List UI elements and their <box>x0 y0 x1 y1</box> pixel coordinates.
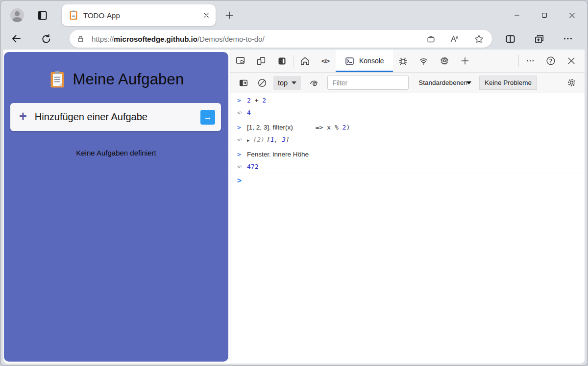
issues-label: Keine Probleme <box>485 79 532 86</box>
devtools-menu-ellipsis-icon[interactable] <box>520 50 540 72</box>
devtools-tabstrip: </> Konsole <box>230 50 585 73</box>
console-result-row: <·▶(2)[1, 3] <box>230 133 585 146</box>
console-result-row: <·4 <box>230 106 585 119</box>
tab-favicon-clipboard-icon <box>69 10 78 20</box>
avatar-shoulders <box>12 17 22 22</box>
back-button[interactable] <box>10 33 22 45</box>
more-tabs-plus-icon[interactable] <box>455 50 475 72</box>
input-chevron-icon: > <box>237 151 247 158</box>
input-chevron-icon: > <box>237 124 247 131</box>
plus-icon: + <box>19 110 27 123</box>
network-wifi-icon[interactable] <box>414 50 434 72</box>
result-arrow-icon: <· <box>237 136 247 143</box>
console-settings-gear-icon[interactable] <box>564 76 579 90</box>
console-text: [1, 2, 3]. filter(x)=> x % 2) <box>247 124 350 131</box>
browser-navbar: https://microsoftedge.github.io/Demos/de… <box>0 30 588 50</box>
clipboard-icon <box>49 71 66 88</box>
context-selector-value: top <box>278 79 288 87</box>
inspect-tool-icon[interactable] <box>230 50 251 72</box>
collections-icon[interactable] <box>534 33 545 45</box>
add-task-input[interactable]: + Hinzufügen einer Aufgabe → <box>10 103 221 131</box>
console-prompt-chevron-icon: > <box>237 176 242 185</box>
debugger-bug-icon[interactable] <box>393 50 414 72</box>
chevron-down-icon <box>292 81 296 84</box>
browser-tab[interactable]: TODO-App <box>62 4 216 26</box>
console-input-row: >Fenster. innere Höhe <box>230 148 585 160</box>
todo-page: Meine Aufgaben + Hinzufügen einer Aufgab… <box>3 50 230 364</box>
console-tab-label: Konsole <box>359 57 384 65</box>
read-aloud-icon[interactable] <box>449 33 460 44</box>
todo-app-panel: Meine Aufgaben + Hinzufügen einer Aufgab… <box>4 52 228 362</box>
activity-bar-icon[interactable] <box>271 50 292 72</box>
empty-state-text: Keine Aufgaben definiert <box>4 149 228 157</box>
split-screen-icon[interactable] <box>505 33 516 45</box>
console-input-row: >2 + 2 <box>230 94 585 106</box>
issues-counter-button[interactable]: Keine Probleme <box>479 76 537 90</box>
log-levels-label: Standardebenen <box>418 79 467 86</box>
live-expression-eye-icon[interactable] <box>307 76 321 90</box>
refresh-button[interactable] <box>41 33 52 45</box>
console-input-row: >[1, 2, 3]. filter(x)=> x % 2) <box>230 121 585 133</box>
address-bar[interactable]: https://microsoftedge.github.io/Demos/de… <box>70 30 492 48</box>
profile-avatar[interactable] <box>10 8 24 22</box>
console-message-group: >Fenster. innere Höhe<·472 <box>230 147 585 174</box>
device-emulation-icon[interactable] <box>251 50 271 72</box>
console-result-row: <·472 <box>230 160 585 173</box>
devtools-elements-icon[interactable]: </> <box>315 50 336 72</box>
url-scheme: https:// <box>92 35 114 43</box>
favorite-star-icon[interactable] <box>474 34 484 44</box>
console-toolbar: top Standardebenen Keine Probleme <box>230 73 585 93</box>
console-text: Fenster. innere Höhe <box>247 151 309 158</box>
url-text: https://microsoftedge.github.io/Demos/de… <box>92 35 426 43</box>
context-selector-dropdown[interactable]: top <box>273 76 301 90</box>
console-text: 4 <box>247 109 251 116</box>
tab-title: TODO-App <box>83 11 203 20</box>
console-message-group: >[1, 2, 3]. filter(x)=> x % 2)<·▶(2)[1, … <box>230 120 585 147</box>
arrow-right-icon: → <box>204 112 212 122</box>
console-prompt-row[interactable]: > <box>230 174 585 185</box>
app-header: Meine Aufgaben <box>4 52 228 88</box>
window-controls <box>514 12 588 19</box>
devtools-panel: </> Konsole <box>230 50 585 364</box>
console-sidebar-icon[interactable] <box>236 76 251 90</box>
console-text: 472 <box>247 163 258 170</box>
result-arrow-icon: <· <box>237 109 247 116</box>
input-chevron-icon: > <box>237 97 247 104</box>
console-filter-input[interactable] <box>327 76 409 90</box>
result-arrow-icon: <· <box>237 163 247 170</box>
browser-window: TODO-App <box>0 0 588 366</box>
browser-titlebar: TODO-App <box>0 0 588 30</box>
devtools-tab-konsole[interactable]: Konsole <box>336 50 393 72</box>
performance-chip-icon[interactable] <box>434 50 455 72</box>
minimize-button[interactable] <box>514 12 520 19</box>
console-message-group: >2 + 2<·4 <box>230 93 585 120</box>
devtools-home-icon[interactable] <box>294 50 315 72</box>
chevron-down-icon <box>466 81 471 84</box>
url-domain: microsoftedge.github.io <box>114 35 197 43</box>
tab-close-icon[interactable] <box>203 12 210 19</box>
devtools-help-icon[interactable] <box>540 50 561 72</box>
browser-menu-ellipsis-icon[interactable] <box>563 33 573 44</box>
avatar-head <box>15 11 20 16</box>
maximize-button[interactable] <box>541 12 548 19</box>
url-path: /Demos/demo-to-do/ <box>197 35 265 43</box>
workspace-briefcase-icon[interactable] <box>426 34 436 44</box>
devtools-close-icon[interactable] <box>561 50 582 72</box>
lock-icon[interactable] <box>76 35 85 43</box>
console-text: ▶(2)[1, 3] <box>247 136 290 143</box>
clear-console-icon[interactable] <box>255 76 270 90</box>
log-levels-dropdown[interactable]: Standardebenen <box>418 79 471 86</box>
close-window-button[interactable] <box>568 12 576 19</box>
page-content: Meine Aufgaben + Hinzufügen einer Aufgab… <box>3 50 585 364</box>
app-title: Meine Aufgaben <box>73 71 184 88</box>
workspaces-icon[interactable] <box>37 10 48 21</box>
console-tab-icon <box>344 56 355 66</box>
add-task-label: Hinzufügen einer Aufgabe <box>35 111 200 123</box>
console-text: 2 + 2 <box>247 97 266 104</box>
add-task-submit-button[interactable]: → <box>200 110 215 125</box>
console-messages[interactable]: >2 + 2<·4>[1, 2, 3]. filter(x)=> x % 2)<… <box>230 93 585 364</box>
new-tab-button[interactable] <box>224 10 234 20</box>
